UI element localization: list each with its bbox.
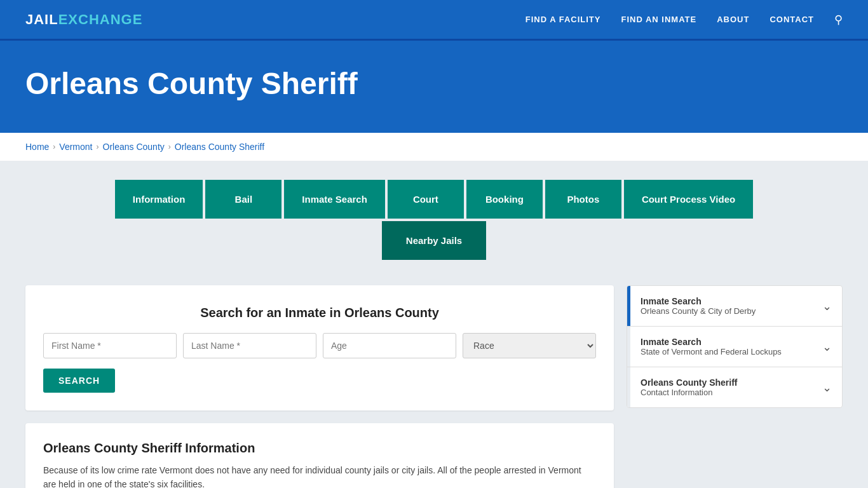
search-fields: Race White Black Hispanic Asian Other: [43, 333, 596, 358]
breadcrumb: Home › Vermont › Orleans County › Orlean…: [0, 133, 868, 161]
sidebar-label-bottom-2: Contact Information: [641, 388, 802, 397]
breadcrumb-home[interactable]: Home: [25, 142, 49, 152]
tabs-section: Information Bail Inmate Search Court Boo…: [0, 161, 868, 273]
sidebar-chevron-2[interactable]: ⌄: [812, 367, 842, 407]
tab-booking[interactable]: Booking: [466, 180, 543, 219]
tabs-row-nearby: Nearby Jails: [25, 221, 843, 260]
breadcrumb-sep-2: ›: [97, 142, 99, 151]
age-input[interactable]: [323, 333, 456, 358]
breadcrumb-orleans-county[interactable]: Orleans County: [103, 142, 165, 152]
info-heading: Orleans County Sheriff Information: [43, 441, 596, 456]
tab-court-process-video[interactable]: Court Process Video: [624, 180, 753, 219]
first-name-input[interactable]: [43, 333, 177, 358]
nav-find-inmate[interactable]: FIND AN INMATE: [621, 15, 696, 24]
right-panel: Inmate Search Orleans County & City of D…: [627, 285, 843, 408]
nav-contact[interactable]: CONTACT: [770, 15, 814, 24]
info-paragraph: Because of its low crime rate Vermont do…: [43, 463, 596, 488]
search-button[interactable]: SEARCH: [43, 369, 115, 393]
info-card: Orleans County Sheriff Information Becau…: [25, 423, 614, 488]
sidebar-content-1: Inmate Search State of Vermont and Feder…: [630, 327, 812, 367]
sidebar-chevron-1[interactable]: ⌄: [812, 327, 842, 367]
last-name-input[interactable]: [183, 333, 316, 358]
sidebar-label-top-2: Orleans County Sheriff: [641, 377, 802, 388]
tab-photos[interactable]: Photos: [545, 180, 621, 219]
tab-nearby-jails[interactable]: Nearby Jails: [382, 221, 486, 260]
search-card: Search for an Inmate in Orleans County R…: [25, 285, 614, 410]
tab-court[interactable]: Court: [388, 180, 464, 219]
race-select[interactable]: Race White Black Hispanic Asian Other: [463, 333, 596, 358]
sidebar-item-1[interactable]: Inmate Search State of Vermont and Feder…: [627, 327, 842, 367]
tab-information[interactable]: Information: [115, 180, 203, 219]
sidebar-label-top-1: Inmate Search: [641, 337, 802, 347]
nav-about[interactable]: ABOUT: [717, 15, 749, 24]
sidebar-item-2[interactable]: Orleans County Sheriff Contact Informati…: [627, 367, 842, 407]
sidebar-content-0: Inmate Search Orleans County & City of D…: [630, 286, 812, 326]
nav-links: FIND A FACILITY FIND AN INMATE ABOUT CON…: [526, 13, 843, 27]
sidebar-chevron-0[interactable]: ⌄: [812, 286, 842, 326]
sidebar-label-bottom-0: Orleans County & City of Derby: [641, 306, 802, 316]
hero-section: Orleans County Sheriff: [0, 41, 868, 133]
page-title: Orleans County Sheriff: [25, 66, 843, 101]
tab-bail[interactable]: Bail: [205, 180, 281, 219]
main-content: Search for an Inmate in Orleans County R…: [0, 273, 868, 488]
sidebar-item-0[interactable]: Inmate Search Orleans County & City of D…: [627, 286, 842, 327]
navbar: JAILEXCHANGE FIND A FACILITY FIND AN INM…: [0, 0, 868, 41]
breadcrumb-vermont[interactable]: Vermont: [59, 142, 92, 152]
logo[interactable]: JAILEXCHANGE: [25, 11, 142, 28]
sidebar-content-2: Orleans County Sheriff Contact Informati…: [630, 367, 812, 407]
breadcrumb-current: Orleans County Sheriff: [175, 142, 264, 152]
sidebar-label-top-0: Inmate Search: [641, 296, 802, 306]
logo-exchange: EXCHANGE: [58, 11, 143, 28]
nav-find-facility[interactable]: FIND A FACILITY: [526, 15, 601, 24]
logo-jail: JAIL: [25, 11, 58, 28]
breadcrumb-sep-1: ›: [53, 142, 55, 151]
tabs-row-main: Information Bail Inmate Search Court Boo…: [25, 180, 843, 219]
search-icon-button[interactable]: ⚲: [834, 13, 843, 27]
search-heading: Search for an Inmate in Orleans County: [43, 306, 596, 320]
left-panel: Search for an Inmate in Orleans County R…: [25, 285, 614, 488]
tab-inmate-search[interactable]: Inmate Search: [284, 180, 385, 219]
breadcrumb-sep-3: ›: [168, 142, 171, 151]
sidebar-label-bottom-1: State of Vermont and Federal Lockups: [641, 347, 802, 356]
